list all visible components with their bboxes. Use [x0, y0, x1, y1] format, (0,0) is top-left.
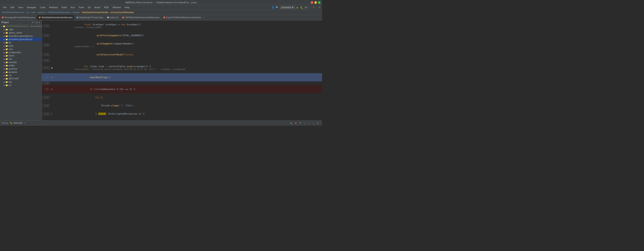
- sidebar-expand-icon[interactable]: ⊞: [36, 21, 38, 24]
- tab-awsmimir-module[interactable]: AWSMimirMaintenanceModule.java: [120, 15, 162, 20]
- breadcrumb-amazon[interactable]: amazon: [38, 11, 46, 14]
- code-line-128[interactable]: 128 ● checkRunFlag();: [42, 73, 322, 81]
- debug-button[interactable]: 🐛: [300, 6, 303, 9]
- config-arrow[interactable]: ▶: [4, 52, 5, 54]
- menu-git[interactable]: Git: [86, 6, 92, 9]
- code-line-125[interactable]: 125 .withConsistentRead(false);: [42, 51, 322, 59]
- minimize-button[interactable]: [314, 1, 317, 4]
- menu-file[interactable]: File: [2, 6, 8, 9]
- tab-export[interactable]: ExportToSMDataWarehouseModule...: [162, 15, 205, 20]
- menu-window[interactable]: Window: [111, 6, 122, 9]
- breadcrumb-process[interactable]: processSecretMetadata: [111, 11, 134, 14]
- menu-rde[interactable]: RDE: [102, 6, 110, 9]
- demo-arrow[interactable]: ▶: [4, 55, 5, 57]
- tab-build[interactable]: build.xml: [105, 15, 120, 20]
- sidebar-gear-icon[interactable]: ⚙: [32, 21, 34, 24]
- debug-run-cursor-btn[interactable]: →: [311, 121, 315, 125]
- breadcrumb-src[interactable]: src: [26, 11, 29, 14]
- ann-src-arrow[interactable]: ▶: [4, 35, 5, 37]
- code-editor[interactable]: 122 final ScanSpec scanSpec = new ScanSp…: [42, 21, 322, 120]
- code-line-127[interactable]: 127 ● for (Item item : restoreTable.scan…: [42, 62, 322, 73]
- code-line-133[interactable]: 133 ▶ } catch (InterruptedException e) {: [42, 110, 322, 118]
- code-line-126[interactable]: 126: [42, 59, 322, 62]
- debug-step-into-btn[interactable]: ↓: [302, 121, 306, 125]
- code-line-122[interactable]: 122 final ScanSpec scanSpec = new ScanSp…: [42, 21, 322, 31]
- tree-demo[interactable]: ▶ 📁 Demo: [0, 54, 42, 57]
- debug-step-over-btn[interactable]: ↷: [298, 121, 302, 125]
- tree-metainf[interactable]: ▶ 📁 META-INF: [0, 77, 42, 80]
- tab-msghandler[interactable]: MsgHandlerThread.class: [74, 15, 105, 20]
- breadcrumb-handler[interactable]: handler: [72, 11, 80, 14]
- menu-tools[interactable]: Tools: [77, 6, 86, 9]
- menu-view[interactable]: View: [16, 6, 24, 9]
- code-line-132[interactable]: 132 Thread.sleep( I 750L);: [42, 101, 322, 110]
- sidebar-list-icon[interactable]: ≡: [34, 21, 35, 24]
- menu-help[interactable]: Help: [123, 6, 131, 9]
- root-expand-arrow[interactable]: ▼: [1, 25, 2, 27]
- code-line-129[interactable]: 129: [42, 81, 322, 85]
- debug-eval-btn[interactable]: ≡: [316, 121, 320, 125]
- menu-refactor[interactable]: Refactor: [48, 6, 60, 9]
- tree-build[interactable]: ▶ 📁 build: [0, 44, 42, 48]
- tree-jython[interactable]: ▶ 📁 .jython_cache: [0, 31, 42, 35]
- tree-ann-tst[interactable]: ▶ 📁 annotation-generated-tst: [0, 38, 42, 41]
- com-arrow[interactable]: ▶: [4, 48, 5, 50]
- org-arrow[interactable]: ▶: [4, 81, 5, 83]
- fold-icon-133[interactable]: ▶: [51, 113, 52, 115]
- build-arrow[interactable]: ▶: [4, 45, 5, 47]
- breadcrumb-com[interactable]: com: [32, 11, 36, 14]
- example-arrow[interactable]: ▶: [4, 61, 5, 63]
- sidebar-settings-icon[interactable]: ⚙: [38, 21, 40, 24]
- breadcrumb-awsmimir[interactable]: AWSMimirMaintenance: [48, 11, 70, 14]
- tree-lib[interactable]: ▶ 📁 Lib: [0, 74, 42, 77]
- doc-arrow[interactable]: ▶: [4, 58, 5, 60]
- code-line-134[interactable]: 134 }: [42, 118, 322, 120]
- tree-ann-src[interactable]: ▶ 📁 annotation-generated-src: [0, 35, 42, 38]
- menu-navigate[interactable]: Navigate: [25, 6, 38, 9]
- bin-arrow[interactable]: ▶: [4, 42, 5, 44]
- tree-org[interactable]: ▶ 📁 org: [0, 80, 42, 84]
- javatests-arrow[interactable]: ▶: [4, 71, 5, 73]
- git-up-icon[interactable]: ↑: [316, 6, 317, 9]
- tree-bin[interactable]: ▶ 📁 bin: [0, 41, 42, 44]
- metainf-arrow[interactable]: ▶: [4, 78, 5, 80]
- window-controls[interactable]: [311, 1, 320, 4]
- code-line-130[interactable]: 130 ● if ((++itemCounter % 50) == 0) {: [42, 85, 322, 93]
- tree-example[interactable]: ▶ 📁 example: [0, 61, 42, 64]
- maximize-button[interactable]: [318, 1, 320, 4]
- tree-grammar[interactable]: ▶ 📁 grammar: [0, 67, 42, 71]
- src-arrow[interactable]: ▶: [4, 84, 5, 86]
- menu-brazil[interactable]: Brazil: [93, 6, 102, 9]
- code-line-131[interactable]: 131 try {: [42, 93, 322, 101]
- breadcrumb-rawdata[interactable]: RawDataGeneratorHandler: [82, 11, 108, 14]
- debug-step-out-btn[interactable]: ↑: [307, 121, 311, 125]
- debug-close-btn[interactable]: ×: [24, 122, 25, 124]
- lib-arrow[interactable]: ▶: [4, 75, 5, 77]
- extlibs-arrow[interactable]: ▶: [4, 65, 5, 67]
- tree-src[interactable]: ▶ 📁 src: [0, 84, 42, 87]
- menu-run[interactable]: Run: [69, 6, 76, 9]
- idea-arrow[interactable]: ▶: [4, 29, 5, 31]
- menu-build[interactable]: Build: [60, 6, 68, 9]
- breadcrumb-project[interactable]: AWSMimirMaintenance: [2, 11, 24, 14]
- tree-com[interactable]: ▶ 📁 com: [0, 48, 42, 51]
- close-button[interactable]: [311, 1, 313, 4]
- tree-doc[interactable]: ▶ 📁 Doc: [0, 57, 42, 61]
- tab-messaging[interactable]: MessagingProviderModule.java: [0, 15, 37, 20]
- menu-code[interactable]: Code: [38, 6, 47, 9]
- code-line-124[interactable]: 124 .withSegment(segmentNumber) segmentN…: [42, 40, 322, 51]
- tree-javatests[interactable]: ▶ 📁 javatests: [0, 71, 42, 74]
- tree-root[interactable]: ▼ 📁 AWSMimirMaintenance ~/RedshiftMetric…: [0, 25, 42, 28]
- search-icon[interactable]: 🔍: [276, 6, 278, 9]
- git-actions-icon[interactable]: ⚙: [318, 6, 320, 9]
- code-line-123[interactable]: 123 .withTotalSegments(TOTAL_SEGMENTS): [42, 31, 322, 40]
- debug-play-btn[interactable]: ▶: [290, 121, 294, 125]
- tab-rawdata[interactable]: RawDataGeneratorHandler.java: [37, 15, 74, 20]
- tree-extlibs[interactable]: ▶ 📁 extlibs: [0, 64, 42, 67]
- debug-stop-btn[interactable]: ■: [294, 121, 298, 125]
- run-button[interactable]: ▶: [296, 6, 299, 9]
- jython-arrow[interactable]: ▶: [4, 32, 5, 34]
- menu-edit[interactable]: Edit: [9, 6, 16, 9]
- run-config-label[interactable]: Unnamed ▼: [280, 6, 295, 9]
- tree-config[interactable]: ▶ 📁 configuration: [0, 51, 42, 54]
